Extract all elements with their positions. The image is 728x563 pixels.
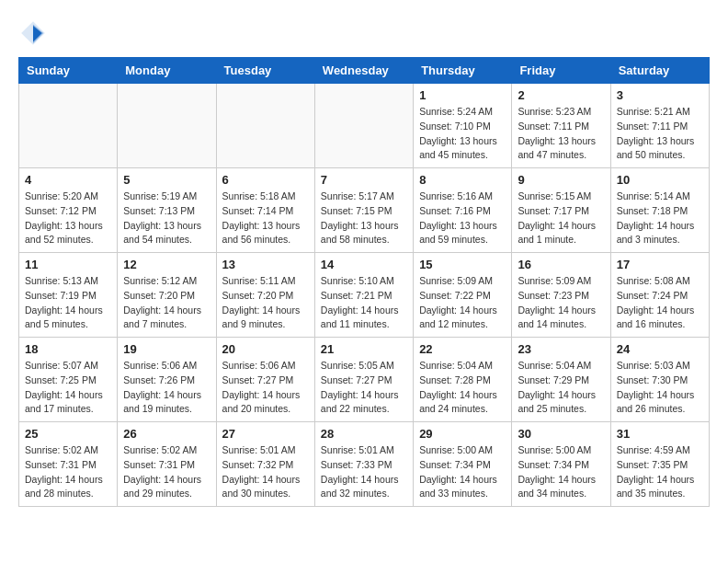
calendar-cell: 14Sunrise: 5:10 AM Sunset: 7:21 PM Dayli… bbox=[314, 253, 413, 338]
day-info: Sunrise: 5:09 AM Sunset: 7:23 PM Dayligh… bbox=[518, 274, 604, 332]
weekday-header-row: SundayMondayTuesdayWednesdayThursdayFrid… bbox=[19, 58, 710, 84]
day-number: 8 bbox=[419, 173, 506, 187]
calendar-cell: 10Sunrise: 5:14 AM Sunset: 7:18 PM Dayli… bbox=[610, 168, 709, 253]
calendar-cell bbox=[118, 84, 216, 168]
day-number: 18 bbox=[25, 342, 111, 356]
day-number: 29 bbox=[419, 427, 506, 441]
weekday-header-sunday: Sunday bbox=[19, 58, 118, 84]
day-info: Sunrise: 5:17 AM Sunset: 7:15 PM Dayligh… bbox=[321, 190, 407, 247]
day-number: 4 bbox=[25, 173, 111, 187]
day-info: Sunrise: 5:00 AM Sunset: 7:34 PM Dayligh… bbox=[419, 443, 506, 501]
calendar-cell: 4Sunrise: 5:20 AM Sunset: 7:12 PM Daylig… bbox=[19, 168, 118, 253]
day-info: Sunrise: 5:01 AM Sunset: 7:33 PM Dayligh… bbox=[321, 443, 407, 501]
weekday-header-wednesday: Wednesday bbox=[314, 58, 413, 84]
weekday-header-saturday: Saturday bbox=[610, 58, 709, 84]
day-number: 2 bbox=[518, 88, 604, 102]
weekday-header-tuesday: Tuesday bbox=[216, 58, 314, 84]
calendar-header: SundayMondayTuesdayWednesdayThursdayFrid… bbox=[19, 58, 710, 84]
day-info: Sunrise: 5:00 AM Sunset: 7:34 PM Dayligh… bbox=[518, 443, 604, 501]
day-info: Sunrise: 5:11 AM Sunset: 7:20 PM Dayligh… bbox=[222, 274, 309, 332]
day-number: 17 bbox=[617, 258, 703, 271]
calendar-cell: 15Sunrise: 5:09 AM Sunset: 7:22 PM Dayli… bbox=[414, 253, 512, 338]
day-info: Sunrise: 5:09 AM Sunset: 7:22 PM Dayligh… bbox=[419, 274, 506, 332]
day-info: Sunrise: 5:19 AM Sunset: 7:13 PM Dayligh… bbox=[123, 190, 210, 247]
calendar-cell: 16Sunrise: 5:09 AM Sunset: 7:23 PM Dayli… bbox=[512, 253, 610, 338]
weekday-header-friday: Friday bbox=[512, 58, 610, 84]
calendar-cell: 24Sunrise: 5:03 AM Sunset: 7:30 PM Dayli… bbox=[610, 338, 709, 422]
calendar-cell bbox=[19, 84, 118, 168]
calendar-cell: 23Sunrise: 5:04 AM Sunset: 7:29 PM Dayli… bbox=[512, 338, 610, 422]
day-info: Sunrise: 5:16 AM Sunset: 7:16 PM Dayligh… bbox=[419, 190, 506, 247]
logo-icon bbox=[18, 18, 48, 48]
day-info: Sunrise: 5:10 AM Sunset: 7:21 PM Dayligh… bbox=[321, 274, 407, 332]
calendar-cell bbox=[216, 84, 314, 168]
day-info: Sunrise: 5:01 AM Sunset: 7:32 PM Dayligh… bbox=[222, 443, 309, 501]
calendar-cell: 7Sunrise: 5:17 AM Sunset: 7:15 PM Daylig… bbox=[314, 168, 413, 253]
calendar-table: SundayMondayTuesdayWednesdayThursdayFrid… bbox=[18, 57, 710, 507]
day-info: Sunrise: 5:18 AM Sunset: 7:14 PM Dayligh… bbox=[222, 190, 309, 247]
day-number: 9 bbox=[518, 173, 604, 187]
day-number: 27 bbox=[222, 427, 309, 441]
day-info: Sunrise: 5:02 AM Sunset: 7:31 PM Dayligh… bbox=[123, 443, 210, 501]
day-info: Sunrise: 5:15 AM Sunset: 7:17 PM Dayligh… bbox=[518, 190, 604, 247]
calendar-cell: 26Sunrise: 5:02 AM Sunset: 7:31 PM Dayli… bbox=[118, 422, 216, 507]
calendar-cell: 27Sunrise: 5:01 AM Sunset: 7:32 PM Dayli… bbox=[216, 422, 314, 507]
day-number: 23 bbox=[518, 342, 604, 356]
day-info: Sunrise: 5:05 AM Sunset: 7:27 PM Dayligh… bbox=[321, 359, 407, 417]
day-number: 28 bbox=[321, 427, 407, 441]
calendar-cell: 6Sunrise: 5:18 AM Sunset: 7:14 PM Daylig… bbox=[216, 168, 314, 253]
weekday-header-monday: Monday bbox=[118, 58, 216, 84]
calendar-cell: 29Sunrise: 5:00 AM Sunset: 7:34 PM Dayli… bbox=[414, 422, 512, 507]
day-number: 3 bbox=[617, 88, 703, 102]
day-info: Sunrise: 5:03 AM Sunset: 7:30 PM Dayligh… bbox=[617, 359, 703, 417]
day-number: 31 bbox=[617, 427, 703, 441]
day-info: Sunrise: 5:14 AM Sunset: 7:18 PM Dayligh… bbox=[617, 190, 703, 247]
calendar-cell: 2Sunrise: 5:23 AM Sunset: 7:11 PM Daylig… bbox=[512, 84, 610, 168]
calendar-week-row: 4Sunrise: 5:20 AM Sunset: 7:12 PM Daylig… bbox=[19, 168, 710, 253]
day-number: 6 bbox=[222, 173, 309, 187]
calendar-cell: 21Sunrise: 5:05 AM Sunset: 7:27 PM Dayli… bbox=[314, 338, 413, 422]
day-number: 13 bbox=[222, 258, 309, 271]
calendar-body: 1Sunrise: 5:24 AM Sunset: 7:10 PM Daylig… bbox=[19, 84, 710, 507]
day-info: Sunrise: 5:20 AM Sunset: 7:12 PM Dayligh… bbox=[25, 190, 111, 247]
day-number: 1 bbox=[419, 88, 506, 102]
calendar-cell: 20Sunrise: 5:06 AM Sunset: 7:27 PM Dayli… bbox=[216, 338, 314, 422]
calendar-week-row: 1Sunrise: 5:24 AM Sunset: 7:10 PM Daylig… bbox=[19, 84, 710, 168]
calendar-cell: 31Sunrise: 4:59 AM Sunset: 7:35 PM Dayli… bbox=[610, 422, 709, 507]
calendar-cell: 1Sunrise: 5:24 AM Sunset: 7:10 PM Daylig… bbox=[414, 84, 512, 168]
calendar-cell bbox=[314, 84, 413, 168]
logo bbox=[18, 18, 51, 48]
page-header bbox=[18, 18, 710, 48]
day-number: 12 bbox=[123, 258, 210, 271]
day-info: Sunrise: 5:23 AM Sunset: 7:11 PM Dayligh… bbox=[518, 105, 604, 163]
day-info: Sunrise: 5:13 AM Sunset: 7:19 PM Dayligh… bbox=[25, 274, 111, 332]
calendar-cell: 8Sunrise: 5:16 AM Sunset: 7:16 PM Daylig… bbox=[414, 168, 512, 253]
day-number: 21 bbox=[321, 342, 407, 356]
day-number: 5 bbox=[123, 173, 210, 187]
calendar-cell: 25Sunrise: 5:02 AM Sunset: 7:31 PM Dayli… bbox=[19, 422, 118, 507]
calendar-cell: 28Sunrise: 5:01 AM Sunset: 7:33 PM Dayli… bbox=[314, 422, 413, 507]
calendar-week-row: 11Sunrise: 5:13 AM Sunset: 7:19 PM Dayli… bbox=[19, 253, 710, 338]
calendar-week-row: 18Sunrise: 5:07 AM Sunset: 7:25 PM Dayli… bbox=[19, 338, 710, 422]
calendar-cell: 19Sunrise: 5:06 AM Sunset: 7:26 PM Dayli… bbox=[118, 338, 216, 422]
day-number: 10 bbox=[617, 173, 703, 187]
day-number: 30 bbox=[518, 427, 604, 441]
day-info: Sunrise: 5:06 AM Sunset: 7:27 PM Dayligh… bbox=[222, 359, 309, 417]
day-info: Sunrise: 5:24 AM Sunset: 7:10 PM Dayligh… bbox=[419, 105, 506, 163]
day-number: 14 bbox=[321, 258, 407, 271]
day-number: 25 bbox=[25, 427, 111, 441]
day-info: Sunrise: 5:12 AM Sunset: 7:20 PM Dayligh… bbox=[123, 274, 210, 332]
day-number: 15 bbox=[419, 258, 506, 271]
day-info: Sunrise: 5:07 AM Sunset: 7:25 PM Dayligh… bbox=[25, 359, 111, 417]
day-number: 16 bbox=[518, 258, 604, 271]
day-number: 19 bbox=[123, 342, 210, 356]
day-info: Sunrise: 5:04 AM Sunset: 7:28 PM Dayligh… bbox=[419, 359, 506, 417]
day-number: 11 bbox=[25, 258, 111, 271]
calendar-cell: 3Sunrise: 5:21 AM Sunset: 7:11 PM Daylig… bbox=[610, 84, 709, 168]
calendar-cell: 18Sunrise: 5:07 AM Sunset: 7:25 PM Dayli… bbox=[19, 338, 118, 422]
day-number: 7 bbox=[321, 173, 407, 187]
calendar-cell: 30Sunrise: 5:00 AM Sunset: 7:34 PM Dayli… bbox=[512, 422, 610, 507]
calendar-cell: 17Sunrise: 5:08 AM Sunset: 7:24 PM Dayli… bbox=[610, 253, 709, 338]
calendar-cell: 22Sunrise: 5:04 AM Sunset: 7:28 PM Dayli… bbox=[414, 338, 512, 422]
day-info: Sunrise: 5:02 AM Sunset: 7:31 PM Dayligh… bbox=[25, 443, 111, 501]
